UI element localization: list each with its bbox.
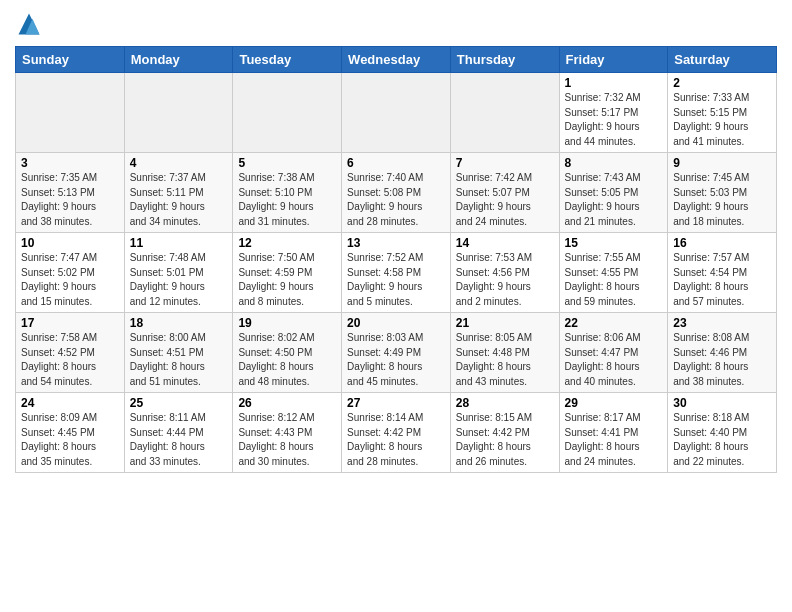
day-number: 15 <box>565 236 663 250</box>
day-info: Sunrise: 8:15 AM Sunset: 4:42 PM Dayligh… <box>456 411 554 469</box>
day-number: 6 <box>347 156 445 170</box>
calendar-cell <box>124 73 233 153</box>
day-number: 19 <box>238 316 336 330</box>
calendar-cell: 10Sunrise: 7:47 AM Sunset: 5:02 PM Dayli… <box>16 233 125 313</box>
calendar-cell <box>342 73 451 153</box>
day-info: Sunrise: 8:17 AM Sunset: 4:41 PM Dayligh… <box>565 411 663 469</box>
day-info: Sunrise: 7:52 AM Sunset: 4:58 PM Dayligh… <box>347 251 445 309</box>
calendar-cell: 17Sunrise: 7:58 AM Sunset: 4:52 PM Dayli… <box>16 313 125 393</box>
day-number: 17 <box>21 316 119 330</box>
calendar-cell: 12Sunrise: 7:50 AM Sunset: 4:59 PM Dayli… <box>233 233 342 313</box>
day-number: 7 <box>456 156 554 170</box>
day-number: 9 <box>673 156 771 170</box>
day-number: 26 <box>238 396 336 410</box>
day-info: Sunrise: 8:11 AM Sunset: 4:44 PM Dayligh… <box>130 411 228 469</box>
calendar-cell: 20Sunrise: 8:03 AM Sunset: 4:49 PM Dayli… <box>342 313 451 393</box>
day-number: 27 <box>347 396 445 410</box>
calendar-week-4: 17Sunrise: 7:58 AM Sunset: 4:52 PM Dayli… <box>16 313 777 393</box>
day-info: Sunrise: 7:37 AM Sunset: 5:11 PM Dayligh… <box>130 171 228 229</box>
day-info: Sunrise: 8:02 AM Sunset: 4:50 PM Dayligh… <box>238 331 336 389</box>
header-row <box>15 10 777 38</box>
calendar-cell: 24Sunrise: 8:09 AM Sunset: 4:45 PM Dayli… <box>16 393 125 473</box>
weekday-header-saturday: Saturday <box>668 47 777 73</box>
day-number: 29 <box>565 396 663 410</box>
calendar-header-row: SundayMondayTuesdayWednesdayThursdayFrid… <box>16 47 777 73</box>
day-info: Sunrise: 7:45 AM Sunset: 5:03 PM Dayligh… <box>673 171 771 229</box>
day-info: Sunrise: 7:40 AM Sunset: 5:08 PM Dayligh… <box>347 171 445 229</box>
day-number: 22 <box>565 316 663 330</box>
logo <box>15 10 47 38</box>
day-number: 16 <box>673 236 771 250</box>
day-info: Sunrise: 7:42 AM Sunset: 5:07 PM Dayligh… <box>456 171 554 229</box>
day-info: Sunrise: 8:00 AM Sunset: 4:51 PM Dayligh… <box>130 331 228 389</box>
page-container: SundayMondayTuesdayWednesdayThursdayFrid… <box>0 0 792 478</box>
calendar-cell: 8Sunrise: 7:43 AM Sunset: 5:05 PM Daylig… <box>559 153 668 233</box>
day-info: Sunrise: 7:58 AM Sunset: 4:52 PM Dayligh… <box>21 331 119 389</box>
day-info: Sunrise: 8:14 AM Sunset: 4:42 PM Dayligh… <box>347 411 445 469</box>
calendar-cell: 5Sunrise: 7:38 AM Sunset: 5:10 PM Daylig… <box>233 153 342 233</box>
day-number: 5 <box>238 156 336 170</box>
day-info: Sunrise: 8:03 AM Sunset: 4:49 PM Dayligh… <box>347 331 445 389</box>
day-number: 12 <box>238 236 336 250</box>
day-number: 23 <box>673 316 771 330</box>
day-info: Sunrise: 7:35 AM Sunset: 5:13 PM Dayligh… <box>21 171 119 229</box>
calendar-cell: 14Sunrise: 7:53 AM Sunset: 4:56 PM Dayli… <box>450 233 559 313</box>
day-info: Sunrise: 8:09 AM Sunset: 4:45 PM Dayligh… <box>21 411 119 469</box>
day-info: Sunrise: 7:53 AM Sunset: 4:56 PM Dayligh… <box>456 251 554 309</box>
calendar-cell: 23Sunrise: 8:08 AM Sunset: 4:46 PM Dayli… <box>668 313 777 393</box>
day-info: Sunrise: 7:32 AM Sunset: 5:17 PM Dayligh… <box>565 91 663 149</box>
weekday-header-friday: Friday <box>559 47 668 73</box>
calendar-cell: 25Sunrise: 8:11 AM Sunset: 4:44 PM Dayli… <box>124 393 233 473</box>
calendar-week-1: 1Sunrise: 7:32 AM Sunset: 5:17 PM Daylig… <box>16 73 777 153</box>
day-number: 14 <box>456 236 554 250</box>
day-number: 11 <box>130 236 228 250</box>
day-info: Sunrise: 7:55 AM Sunset: 4:55 PM Dayligh… <box>565 251 663 309</box>
calendar-week-5: 24Sunrise: 8:09 AM Sunset: 4:45 PM Dayli… <box>16 393 777 473</box>
calendar-cell: 11Sunrise: 7:48 AM Sunset: 5:01 PM Dayli… <box>124 233 233 313</box>
day-info: Sunrise: 8:08 AM Sunset: 4:46 PM Dayligh… <box>673 331 771 389</box>
day-number: 1 <box>565 76 663 90</box>
calendar-cell: 22Sunrise: 8:06 AM Sunset: 4:47 PM Dayli… <box>559 313 668 393</box>
calendar-cell: 13Sunrise: 7:52 AM Sunset: 4:58 PM Dayli… <box>342 233 451 313</box>
day-info: Sunrise: 7:43 AM Sunset: 5:05 PM Dayligh… <box>565 171 663 229</box>
calendar-cell: 6Sunrise: 7:40 AM Sunset: 5:08 PM Daylig… <box>342 153 451 233</box>
day-info: Sunrise: 7:48 AM Sunset: 5:01 PM Dayligh… <box>130 251 228 309</box>
calendar-cell: 21Sunrise: 8:05 AM Sunset: 4:48 PM Dayli… <box>450 313 559 393</box>
day-info: Sunrise: 8:05 AM Sunset: 4:48 PM Dayligh… <box>456 331 554 389</box>
weekday-header-sunday: Sunday <box>16 47 125 73</box>
weekday-header-monday: Monday <box>124 47 233 73</box>
calendar-cell <box>450 73 559 153</box>
weekday-header-tuesday: Tuesday <box>233 47 342 73</box>
calendar-cell: 9Sunrise: 7:45 AM Sunset: 5:03 PM Daylig… <box>668 153 777 233</box>
calendar-cell: 1Sunrise: 7:32 AM Sunset: 5:17 PM Daylig… <box>559 73 668 153</box>
calendar-cell: 4Sunrise: 7:37 AM Sunset: 5:11 PM Daylig… <box>124 153 233 233</box>
day-info: Sunrise: 7:47 AM Sunset: 5:02 PM Dayligh… <box>21 251 119 309</box>
day-number: 28 <box>456 396 554 410</box>
calendar-cell: 2Sunrise: 7:33 AM Sunset: 5:15 PM Daylig… <box>668 73 777 153</box>
day-number: 4 <box>130 156 228 170</box>
weekday-header-thursday: Thursday <box>450 47 559 73</box>
calendar-cell: 15Sunrise: 7:55 AM Sunset: 4:55 PM Dayli… <box>559 233 668 313</box>
day-info: Sunrise: 8:06 AM Sunset: 4:47 PM Dayligh… <box>565 331 663 389</box>
calendar-cell: 3Sunrise: 7:35 AM Sunset: 5:13 PM Daylig… <box>16 153 125 233</box>
day-number: 20 <box>347 316 445 330</box>
calendar-cell: 26Sunrise: 8:12 AM Sunset: 4:43 PM Dayli… <box>233 393 342 473</box>
calendar-table: SundayMondayTuesdayWednesdayThursdayFrid… <box>15 46 777 473</box>
calendar-cell: 7Sunrise: 7:42 AM Sunset: 5:07 PM Daylig… <box>450 153 559 233</box>
calendar-week-2: 3Sunrise: 7:35 AM Sunset: 5:13 PM Daylig… <box>16 153 777 233</box>
day-number: 8 <box>565 156 663 170</box>
calendar-cell: 16Sunrise: 7:57 AM Sunset: 4:54 PM Dayli… <box>668 233 777 313</box>
calendar-cell: 19Sunrise: 8:02 AM Sunset: 4:50 PM Dayli… <box>233 313 342 393</box>
day-info: Sunrise: 7:57 AM Sunset: 4:54 PM Dayligh… <box>673 251 771 309</box>
calendar-cell: 18Sunrise: 8:00 AM Sunset: 4:51 PM Dayli… <box>124 313 233 393</box>
day-number: 24 <box>21 396 119 410</box>
day-number: 25 <box>130 396 228 410</box>
day-info: Sunrise: 7:33 AM Sunset: 5:15 PM Dayligh… <box>673 91 771 149</box>
calendar-cell: 27Sunrise: 8:14 AM Sunset: 4:42 PM Dayli… <box>342 393 451 473</box>
calendar-cell <box>233 73 342 153</box>
calendar-cell: 30Sunrise: 8:18 AM Sunset: 4:40 PM Dayli… <box>668 393 777 473</box>
calendar-week-3: 10Sunrise: 7:47 AM Sunset: 5:02 PM Dayli… <box>16 233 777 313</box>
calendar-cell: 29Sunrise: 8:17 AM Sunset: 4:41 PM Dayli… <box>559 393 668 473</box>
day-number: 2 <box>673 76 771 90</box>
day-info: Sunrise: 7:50 AM Sunset: 4:59 PM Dayligh… <box>238 251 336 309</box>
